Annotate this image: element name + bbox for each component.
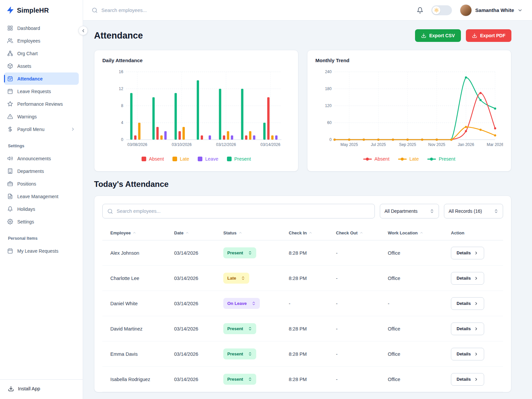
download-icon: [472, 33, 477, 38]
attendance-date: 03/14/2026: [174, 250, 223, 256]
legend-item-present[interactable]: Present: [227, 156, 251, 162]
status-select[interactable]: Present: [223, 323, 256, 334]
sidebar-item-warnings[interactable]: Warnings: [4, 110, 79, 123]
svg-text:Mar 2026: Mar 2026: [487, 142, 503, 147]
search-icon: [92, 7, 98, 13]
chevron-down-icon: [517, 8, 523, 13]
sidebar-collapse-button[interactable]: [78, 26, 88, 35]
leave-management-icon: [7, 194, 13, 199]
sort-up-icon: [185, 231, 189, 235]
status-select[interactable]: Present: [223, 247, 256, 258]
export-csv-button[interactable]: Export CSV: [415, 29, 461, 42]
sidebar-item-label: Announcements: [17, 156, 51, 161]
daily-attendance-card: Daily Attendance 048121603/08/202603/10/…: [94, 50, 298, 172]
svg-text:03/10/2026: 03/10/2026: [172, 142, 192, 147]
theme-toggle[interactable]: [431, 5, 452, 15]
attendance-date: 03/14/2026: [174, 377, 223, 382]
monthly-trend-card: Monthly Trend 060120180240May 2025Jul 20…: [307, 50, 511, 172]
sidebar-item-leave-requests[interactable]: Leave Requests: [4, 85, 79, 97]
column-header-check-in[interactable]: Check In: [289, 230, 336, 235]
sidebar-item-departments[interactable]: Departments: [4, 165, 79, 177]
sidebar-item-label: Positions: [17, 181, 36, 187]
column-header-status[interactable]: Status: [223, 230, 289, 235]
sidebar-item-settings[interactable]: Settings: [4, 215, 79, 228]
details-button[interactable]: Details: [451, 323, 484, 335]
sidebar-item-employees[interactable]: Employees: [4, 35, 79, 47]
sidebar-item-dashboard[interactable]: Dashboard: [4, 22, 79, 34]
column-header-action: Action: [451, 230, 495, 235]
check-out-time: -: [336, 326, 388, 332]
table-row: Emma Davis03/14/2026Present8:28 PM-Offic…: [102, 341, 503, 367]
updown-icon: [248, 352, 252, 356]
sidebar-item-attendance[interactable]: Attendance: [4, 72, 79, 85]
holidays-icon: [7, 206, 13, 212]
user-name: Samantha White: [475, 7, 514, 13]
legend-item-late[interactable]: Late: [172, 156, 189, 162]
sidebar-item-positions[interactable]: Positions: [4, 178, 79, 190]
updown-icon: [248, 377, 252, 381]
chevron-right-icon: [70, 127, 75, 132]
warnings-icon: [7, 114, 13, 119]
legend-item-late[interactable]: Late: [398, 156, 419, 162]
legend-line-marker: [363, 159, 372, 160]
sidebar-item-assets[interactable]: Assets: [4, 60, 79, 72]
status-select[interactable]: Late: [223, 273, 249, 284]
details-button[interactable]: Details: [451, 373, 484, 386]
global-search-input[interactable]: [101, 7, 409, 13]
assets-icon: [7, 63, 13, 69]
work-location: -: [388, 301, 451, 306]
check-out-time: -: [336, 377, 388, 382]
check-out-time: -: [336, 250, 388, 256]
brand[interactable]: SimpleHR: [0, 0, 83, 21]
sidebar-item-my-leave-requests[interactable]: My Leave Requests: [4, 245, 79, 257]
sun-icon: [434, 8, 439, 13]
status-select[interactable]: Present: [223, 374, 256, 385]
details-button[interactable]: Details: [451, 297, 484, 310]
status-select[interactable]: On Leave: [223, 298, 260, 309]
legend-item-absent[interactable]: Absent: [363, 156, 389, 162]
legend-item-leave[interactable]: Leave: [198, 156, 218, 162]
user-menu[interactable]: Samantha White: [460, 4, 523, 16]
sidebar-item-performance-reviews[interactable]: Performance Reviews: [4, 98, 79, 110]
sidebar-item-payroll-menu[interactable]: Payroll Menu: [4, 123, 79, 135]
employee-search-input[interactable]: [117, 208, 370, 214]
chevron-right-icon: [474, 327, 479, 331]
topbar: Samantha White: [83, 0, 532, 21]
legend-item-present[interactable]: Present: [427, 156, 455, 162]
details-button[interactable]: Details: [451, 272, 484, 285]
work-location: Office: [388, 377, 451, 382]
daily-chart-title: Daily Attendance: [102, 58, 290, 63]
sidebar-item-label: Settings: [17, 219, 34, 224]
column-header-date[interactable]: Date: [174, 230, 223, 235]
sidebar-item-org-chart[interactable]: Org Chart: [4, 47, 79, 60]
check-out-time: -: [336, 276, 388, 281]
sidebar-section-settings: Settings: [8, 144, 75, 148]
sidebar-item-label: Attendance: [17, 76, 43, 81]
install-app-button[interactable]: Install App: [8, 386, 75, 392]
sidebar-item-label: Warnings: [17, 114, 37, 119]
details-button[interactable]: Details: [451, 247, 484, 259]
monthly-chart-title: Monthly Trend: [315, 58, 503, 63]
theme-toggle-knob: [432, 6, 440, 14]
chevron-right-icon: [474, 251, 479, 255]
sidebar-item-leave-management[interactable]: Leave Management: [4, 190, 79, 202]
status-select[interactable]: Present: [223, 348, 256, 359]
column-header-check-out[interactable]: Check Out: [336, 230, 388, 235]
sidebar-item-holidays[interactable]: Holidays: [4, 203, 79, 215]
check-in-time: 8:28 PM: [289, 250, 336, 256]
legend-item-absent[interactable]: Absent: [142, 156, 164, 162]
svg-text:16: 16: [119, 69, 124, 74]
details-button[interactable]: Details: [451, 348, 484, 360]
charts-row: Daily Attendance 048121603/08/202603/10/…: [94, 50, 511, 172]
column-header-work-location[interactable]: Work Location: [388, 230, 451, 235]
sidebar-item-announcements[interactable]: Announcements: [4, 152, 79, 165]
records-filter-select[interactable]: All Records (16): [444, 204, 503, 218]
attendance-icon: [7, 76, 13, 81]
brand-name: SimpleHR: [17, 7, 49, 14]
department-filter-select[interactable]: All Departments: [380, 204, 439, 218]
column-header-employee[interactable]: Employee: [110, 230, 174, 235]
leave-requests-icon: [7, 88, 13, 94]
export-pdf-button[interactable]: Export PDF: [466, 29, 511, 42]
notifications-button[interactable]: [417, 7, 423, 14]
legend-swatch: [227, 157, 232, 161]
